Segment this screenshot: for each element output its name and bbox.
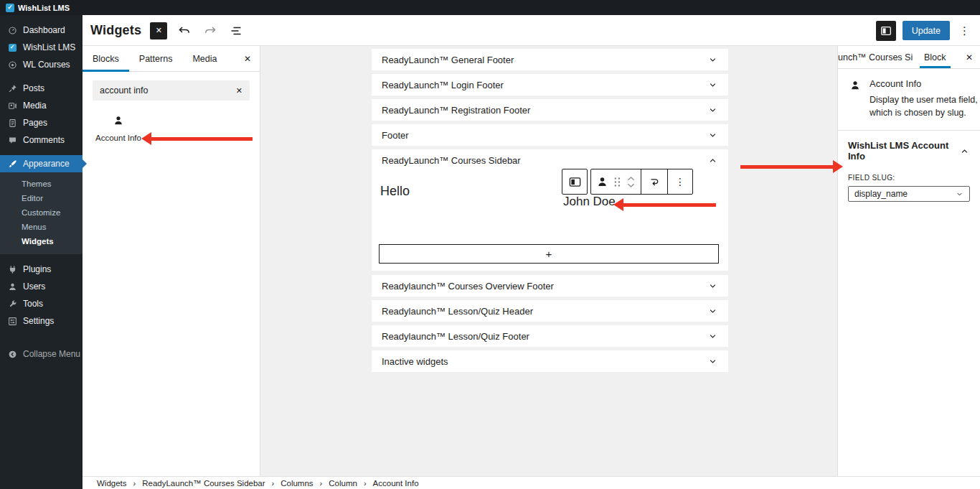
inserter-tabs: Blocks Patterns Media ✕	[83, 46, 260, 72]
editor-canvas: ReadyLaunch™ General Footer ReadyLaunch™…	[260, 46, 837, 476]
collapse-menu-button[interactable]: Collapse Menu	[0, 345, 83, 363]
panel-header[interactable]: WishList LMS Account Info	[848, 140, 970, 162]
tab-block[interactable]: Block	[920, 46, 951, 68]
undo-button[interactable]	[176, 22, 193, 39]
chevron-down-icon	[707, 105, 718, 116]
sidebar-item-wl-courses[interactable]: WL Courses	[0, 56, 83, 73]
submenu-item-editor[interactable]: Editor	[0, 191, 83, 205]
inserter-close-icon[interactable]: ✕	[244, 46, 251, 71]
media-icon	[7, 101, 17, 111]
add-block-appender[interactable]: +	[379, 244, 719, 264]
chevron-down-icon	[707, 356, 718, 367]
person-icon	[849, 80, 861, 119]
tab-patterns[interactable]: Patterns	[129, 46, 183, 71]
site-logo[interactable]: ✓ WishList LMS	[6, 4, 70, 12]
sidebar-item-tools[interactable]: Tools	[0, 295, 83, 312]
submenu-item-menus[interactable]: Menus	[0, 220, 83, 234]
widget-area-courses-sidebar-header[interactable]: ReadyLaunch™ Courses Sidebar	[372, 149, 728, 171]
settings-icon	[7, 316, 17, 326]
block-search-box: ✕	[93, 80, 250, 101]
update-button[interactable]: Update	[903, 21, 950, 40]
chevron-up-icon	[959, 146, 970, 157]
hello-paragraph[interactable]: Hello	[380, 184, 410, 199]
redo-button[interactable]	[202, 22, 219, 39]
pages-icon	[7, 118, 17, 128]
submenu-item-widgets[interactable]: Widgets	[0, 234, 83, 248]
widget-area-registration-footer[interactable]: ReadyLaunch™ Registration Footer	[372, 99, 728, 121]
sidebar-item-dashboard[interactable]: Dashboard	[0, 22, 83, 39]
sidebar-item-users[interactable]: Users	[0, 278, 83, 295]
editor-header: Widgets ✕ Update ⋮	[83, 15, 980, 46]
sidebar-item-posts[interactable]: Posts	[0, 80, 83, 97]
active-menu-arrow	[83, 159, 87, 168]
breadcrumb-account-info[interactable]: Account Info	[373, 479, 419, 488]
breadcrumb-separator: ›	[320, 479, 323, 488]
breadcrumb-separator: ›	[364, 479, 367, 488]
move-up-button[interactable]	[626, 176, 636, 182]
settings-close-icon[interactable]: ✕	[966, 46, 973, 68]
move-to-widget-area-button[interactable]	[641, 175, 667, 188]
close-inserter-button[interactable]: ✕	[150, 22, 167, 39]
chevron-down-icon	[707, 281, 718, 292]
widget-area-lesson-quiz-footer[interactable]: Readylaunch™ Lesson/Quiz Footer	[372, 325, 728, 347]
breadcrumb: Widgets › ReadyLaunch™ Courses Sidebar ›…	[83, 476, 980, 489]
submenu-item-themes[interactable]: Themes	[0, 177, 83, 191]
tab-widget-area[interactable]: unch™ Courses Sidebar	[838, 46, 913, 68]
block-search-input[interactable]	[100, 85, 232, 96]
widget-area-general-footer[interactable]: ReadyLaunch™ General Footer	[372, 49, 728, 70]
block-item-account-info[interactable]: Account Info	[93, 115, 144, 142]
posts-icon	[7, 83, 17, 93]
breadcrumb-columns[interactable]: Columns	[281, 479, 313, 488]
person-icon	[113, 115, 124, 126]
chevron-down-icon	[707, 55, 718, 65]
breadcrumb-widgets[interactable]: Widgets	[97, 479, 127, 488]
settings-sidebar-toggle-button[interactable]	[876, 21, 896, 41]
widget-area-inactive-widgets[interactable]: Inactive widgets	[372, 350, 728, 372]
wl-courses-icon	[7, 60, 17, 70]
drag-handle-icon[interactable]	[613, 176, 622, 188]
block-card-title: Account Info	[870, 78, 979, 89]
widget-area-courses-sidebar-expanded: ReadyLaunch™ Courses Sidebar Hello	[372, 149, 728, 271]
options-menu-button[interactable]: ⋮	[956, 24, 973, 37]
sidebar-item-media[interactable]: Media	[0, 97, 83, 114]
submenu-item-customize[interactable]: Customize	[0, 205, 83, 220]
appearance-submenu: Themes Editor Customize Menus Widgets	[0, 172, 83, 254]
tab-blocks[interactable]: Blocks	[83, 46, 129, 71]
page-title: Widgets	[90, 23, 141, 38]
block-inserter-panel: Blocks Patterns Media ✕ ✕ Account Info	[83, 46, 260, 476]
breadcrumb-separator: ›	[133, 479, 136, 488]
field-slug-select[interactable]: display_name	[848, 186, 970, 202]
block-toolbar: ⋮	[562, 169, 693, 195]
widget-area-lesson-quiz-header[interactable]: Readylaunch™ Lesson/Quiz Header	[372, 300, 728, 322]
sidebar-item-wishlist-lms[interactable]: ✓ WishList LMS	[0, 39, 83, 56]
block-options-button[interactable]: ⋮	[668, 176, 692, 187]
widget-area-login-footer[interactable]: ReadyLaunch™ Login Footer	[372, 74, 728, 96]
plus-icon: +	[546, 248, 552, 260]
breadcrumb-courses-sidebar[interactable]: ReadyLaunch™ Courses Sidebar	[142, 479, 265, 488]
move-down-button[interactable]	[626, 182, 636, 188]
chevron-down-icon	[707, 306, 718, 317]
dashboard-icon	[7, 25, 17, 35]
widget-area-courses-overview-footer[interactable]: Readylaunch™ Courses Overview Footer	[372, 275, 728, 297]
users-icon	[7, 281, 17, 292]
sidebar-item-settings[interactable]: Settings	[0, 312, 83, 330]
block-card-description: Display the user meta field, which is ch…	[870, 93, 979, 119]
block-results: Account Info	[83, 101, 260, 142]
chevron-down-icon	[707, 80, 718, 90]
sidebar-item-comments[interactable]: Comments	[0, 131, 83, 149]
sidebar-item-appearance[interactable]: Appearance	[0, 155, 83, 172]
clear-search-icon[interactable]: ✕	[232, 86, 242, 96]
account-info-block-preview[interactable]: John Doe	[563, 195, 616, 209]
select-parent-column-button[interactable]	[562, 169, 588, 195]
tab-media[interactable]: Media	[182, 46, 227, 71]
list-view-button[interactable]	[227, 22, 245, 39]
breadcrumb-column[interactable]: Column	[329, 479, 357, 488]
wishlist-logo-icon: ✓	[6, 4, 14, 12]
sidebar-item-pages[interactable]: Pages	[0, 114, 83, 131]
widget-area-footer[interactable]: Footer	[372, 124, 728, 146]
admin-sidebar: Dashboard ✓ WishList LMS WL Courses Post…	[0, 15, 83, 489]
account-info-block-icon[interactable]	[596, 176, 608, 188]
sidebar-item-plugins[interactable]: Plugins	[0, 261, 83, 278]
block-toolbar-main: ⋮	[590, 169, 693, 195]
tools-icon	[7, 299, 17, 309]
